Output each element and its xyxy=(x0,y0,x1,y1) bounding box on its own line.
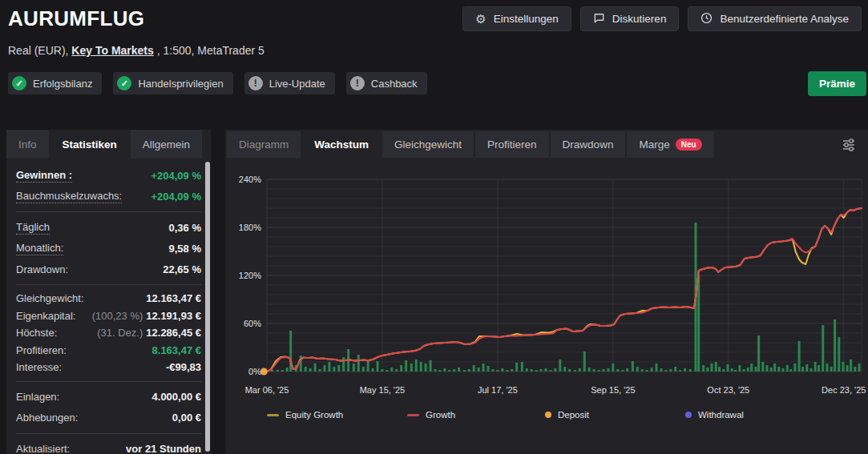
clock-icon xyxy=(700,12,713,26)
stat-value-main: 12.191,93 € xyxy=(146,310,201,322)
stat-label: Eigenkapital: xyxy=(16,310,75,322)
stat-value: +204,09 % xyxy=(151,191,201,203)
stat-row-equity: Eigenkapital: (100,23 %)12.191,93 € xyxy=(16,307,201,325)
badge-track-record[interactable]: ✓ Erfolgsbilanz xyxy=(8,72,102,94)
stat-label: Drawdown: xyxy=(16,263,68,275)
stat-label: Aktualisiert: xyxy=(16,443,70,454)
stat-value-prefix: (31. Dez.) xyxy=(97,327,143,339)
tab-balance[interactable]: Gleichgewicht xyxy=(382,131,474,158)
tab-statistics[interactable]: Statistiken xyxy=(50,130,129,159)
legend-label: Growth xyxy=(426,410,455,420)
svg-text:Sep 15, '25: Sep 15, '25 xyxy=(591,385,635,395)
stat-label: Bauchmuskelzuwachs: xyxy=(16,190,122,203)
stat-value-main: 12.286,45 € xyxy=(146,327,201,339)
chart-settings-icon[interactable] xyxy=(841,137,857,153)
legend-item-growth[interactable]: Growth xyxy=(407,410,455,420)
exclamation-icon: ! xyxy=(350,76,365,90)
chat-icon xyxy=(593,12,605,26)
badge-cashback[interactable]: ! Cashback xyxy=(346,72,427,94)
premium-button[interactable]: Prämie xyxy=(808,71,866,96)
stat-value: 4.000,00 € xyxy=(152,391,201,403)
chart-tabs: Diagramm Wachstum Gleichgewicht Profitie… xyxy=(227,131,714,158)
stat-row-withdrawals: Abhebungen: 0,00 € xyxy=(16,408,201,428)
subtitle-pre: Real (EUR), xyxy=(8,44,71,57)
exclamation-icon: ! xyxy=(248,76,263,90)
gear-icon: ⚙ xyxy=(475,13,486,25)
legend-item-deposit[interactable]: Deposit xyxy=(545,410,589,420)
stat-label: Gewinnen : xyxy=(16,169,72,183)
divider xyxy=(16,433,201,434)
stat-value: 0,36 % xyxy=(169,222,201,234)
stat-label: Interesse: xyxy=(16,361,62,373)
stat-row-daily: Täglich 0,36 % xyxy=(16,217,201,238)
badge-label: Erfolgsbilanz xyxy=(33,78,92,90)
stat-value: +204,09 % xyxy=(151,170,201,182)
badge-live-update[interactable]: ! Live-Update xyxy=(244,72,335,94)
stat-value: (31. Dez.)12.286,45 € xyxy=(97,327,201,339)
check-icon: ✓ xyxy=(12,76,26,90)
svg-text:60%: 60% xyxy=(244,319,261,328)
custom-analysis-button[interactable]: Benutzerdefinierte Analyse xyxy=(688,6,862,31)
stat-row-abs-gain: Bauchmuskelzuwachs: +204,09 % xyxy=(16,186,201,207)
stat-row-interest: Interesse: -€99,83 xyxy=(16,359,201,376)
tab-info[interactable]: Info xyxy=(6,130,49,159)
stat-value: 0,00 € xyxy=(172,412,201,424)
settings-button[interactable]: ⚙ Einstellungen xyxy=(462,6,571,31)
divider xyxy=(16,381,201,382)
svg-text:120%: 120% xyxy=(239,271,261,280)
tab-growth[interactable]: Wachstum xyxy=(302,131,381,158)
stat-label: Gleichgewicht: xyxy=(16,292,84,304)
legend-label: Equity Growth xyxy=(285,410,343,420)
header-buttons: ⚙ Einstellungen Diskutieren Benutzerdefi… xyxy=(462,6,862,31)
stat-value: vor 21 Stunden xyxy=(126,443,201,454)
tab-drawdown[interactable]: Drawdown xyxy=(551,131,626,158)
stat-label: Abhebungen: xyxy=(16,412,78,424)
tab-general[interactable]: Allgemein xyxy=(131,130,202,159)
svg-text:240%: 240% xyxy=(239,175,261,184)
svg-text:Mar 06, '25: Mar 06, '25 xyxy=(245,385,289,395)
sidebar-tabs: Info Statistiken Allgemein xyxy=(6,130,202,159)
legend-line-icon xyxy=(267,414,279,416)
svg-text:180%: 180% xyxy=(239,223,261,232)
legend-item-withdrawal[interactable]: Withdrawal xyxy=(685,410,744,420)
tab-diagram[interactable]: Diagramm xyxy=(227,131,301,158)
discuss-button[interactable]: Diskutieren xyxy=(580,6,680,31)
svg-text:May 15, '25: May 15, '25 xyxy=(360,385,406,395)
stat-value: 12.163,47 € xyxy=(146,292,201,304)
stat-value: 9,58 % xyxy=(169,243,201,255)
svg-text:0%: 0% xyxy=(248,367,261,376)
stat-value: 8.163,47 € xyxy=(152,344,201,356)
stat-label: Profitieren: xyxy=(16,344,67,356)
tab-margin[interactable]: Marge Neu xyxy=(627,131,713,158)
broker-link[interactable]: Key To Markets xyxy=(71,44,153,57)
stat-label: Einlagen: xyxy=(16,391,59,403)
legend-dot-icon xyxy=(685,412,692,418)
check-icon: ✓ xyxy=(117,76,131,90)
growth-chart[interactable]: 0%60%120%180%240%Mar 06, '25May 15, '25J… xyxy=(225,157,868,405)
stat-row-highest: Höchste: (31. Dez.)12.286,45 € xyxy=(16,324,201,342)
stat-row-monthly: Monatlich: 9,58 % xyxy=(16,238,201,259)
stat-row-deposits: Einlagen: 4.000,00 € xyxy=(16,387,201,408)
divider xyxy=(16,211,201,212)
stat-row-drawdown: Drawdown: 22,65 % xyxy=(16,259,201,279)
badge-trading-privileges[interactable]: ✓ Handelsprivilegien xyxy=(113,72,232,94)
legend-dot-icon xyxy=(545,412,551,418)
legend-item-equity-growth[interactable]: Equity Growth xyxy=(267,410,343,420)
svg-text:Oct 23, '25: Oct 23, '25 xyxy=(707,385,749,395)
stat-row-balance: Gleichgewicht: 12.163,47 € xyxy=(16,290,201,307)
sidebar-scrollbar[interactable] xyxy=(205,162,210,452)
tab-margin-label: Marge xyxy=(639,139,669,151)
discuss-button-label: Diskutieren xyxy=(612,13,667,25)
chart-legend: Equity GrowthGrowthDepositWithdrawal xyxy=(225,410,868,426)
page-title: AURUMFLUG xyxy=(8,6,144,31)
tab-profit[interactable]: Profitieren xyxy=(475,131,549,158)
stat-label: Täglich xyxy=(16,221,50,235)
stat-value-prefix: (100,23 %) xyxy=(92,310,143,322)
stat-label: Monatlich: xyxy=(16,242,63,255)
stat-row-profit: Profitieren: 8.163,47 € xyxy=(16,342,201,360)
chart-panel: Diagramm Wachstum Gleichgewicht Profitie… xyxy=(225,130,868,454)
verification-badges: ✓ Erfolgsbilanz ✓ Handelsprivilegien ! L… xyxy=(8,72,427,94)
new-badge: Neu xyxy=(676,139,702,151)
stat-row-gain: Gewinnen : +204,09 % xyxy=(16,165,201,186)
badge-label: Live-Update xyxy=(269,78,325,90)
